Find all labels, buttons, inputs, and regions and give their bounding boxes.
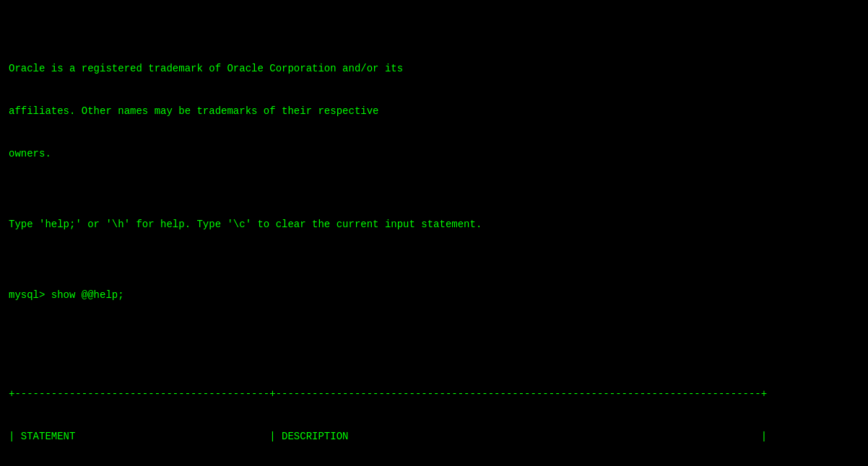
table-border-top: +---------------------------------------… <box>9 387 859 402</box>
header-line-3: owners. <box>9 147 859 162</box>
terminal-header: Oracle is a registered trademark of Orac… <box>9 34 859 330</box>
header-line-2: affiliates. Other names may be trademark… <box>9 105 859 119</box>
terminal-window: Oracle is a registered trademark of Orac… <box>9 6 859 466</box>
header-line-1: Oracle is a registered trademark of Orac… <box>9 62 859 76</box>
command-line: mysql> show @@help; <box>9 289 859 303</box>
header-line-5: Type 'help;' or '\h' for help. Type '\c'… <box>9 218 859 232</box>
table-header-row: | STATEMENT | DESCRIPTION | <box>9 430 859 444</box>
results-table: +---------------------------------------… <box>9 359 859 466</box>
